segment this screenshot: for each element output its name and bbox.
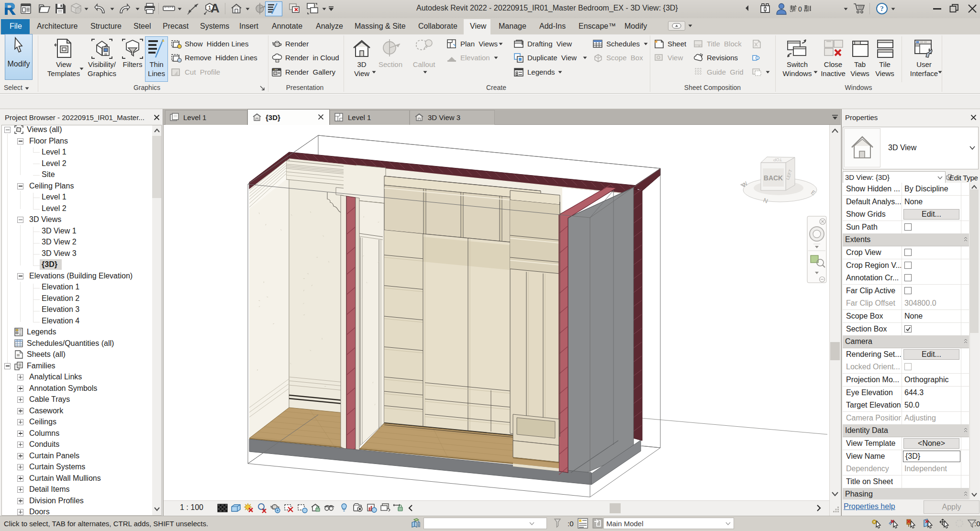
svg-text:?: ? bbox=[880, 5, 884, 12]
svg-text:0: 0 bbox=[798, 5, 802, 13]
svg-text:TOP: TOP bbox=[773, 157, 782, 162]
svg-text:1: 1 bbox=[757, 56, 758, 60]
svg-text:BACK: BACK bbox=[764, 174, 783, 182]
